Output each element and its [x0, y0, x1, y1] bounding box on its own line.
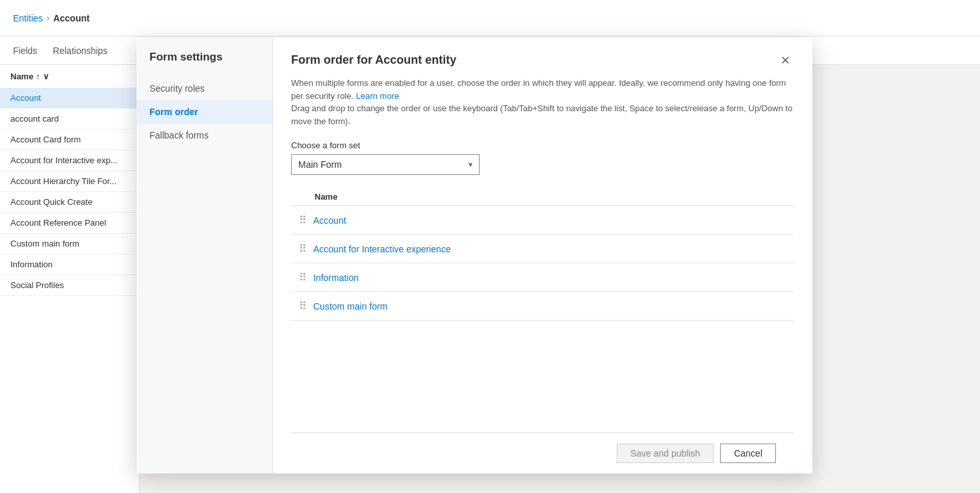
sidebar-item-account-reference[interactable]: Account Reference Panel — [0, 213, 139, 233]
form-set-value: Main Form — [298, 159, 342, 170]
learn-more-link[interactable]: Learn more — [356, 91, 399, 101]
drag-handle-icon[interactable]: ⠿ — [291, 271, 313, 284]
name-sort-label: Name — [10, 72, 33, 81]
form-list-row[interactable]: ⠿ Account for Interactive experience — [291, 235, 794, 263]
modal-nav-form-order[interactable]: Form order — [136, 100, 272, 124]
modal-title: Form order for Account entity — [291, 53, 456, 67]
save-publish-button[interactable]: Save and publish — [617, 444, 714, 463]
form-row-custom-main: Custom main form — [313, 301, 794, 312]
modal-nav-security-roles[interactable]: Security roles — [136, 77, 272, 100]
form-list-row[interactable]: ⠿ Account — [291, 206, 794, 235]
sidebar-item-account-interactive[interactable]: Account for Interactive exp... — [0, 150, 139, 171]
breadcrumb-entities-link[interactable]: Entities — [13, 13, 43, 23]
modal-right-panel: Form order for Account entity ✕ When mul… — [273, 38, 812, 473]
breadcrumb-separator: › — [47, 14, 49, 23]
nav-relationships[interactable]: Relationships — [53, 39, 107, 62]
modal-left-panel: Form settings Security roles Form order … — [136, 38, 273, 473]
page-header: Entities › Account — [0, 0, 980, 36]
form-row-information: Information — [313, 273, 794, 283]
breadcrumb: Entities › Account — [13, 13, 90, 23]
nav-fields[interactable]: Fields — [13, 39, 37, 62]
sidebar-item-account[interactable]: Account — [0, 88, 139, 109]
sidebar-item-account-card[interactable]: account card — [0, 109, 139, 129]
form-row-interactive: Account for Interactive experience — [313, 244, 794, 254]
modal-right-header: Form order for Account entity ✕ — [291, 53, 794, 68]
breadcrumb-account: Account — [53, 13, 90, 23]
form-set-label: Choose a form set — [291, 140, 794, 150]
sidebar-item-account-card-form[interactable]: Account Card form — [0, 129, 139, 150]
form-list-table: Name ⠿ Account ⠿ Account for Interactive… — [291, 188, 794, 433]
sort-asc-icon[interactable]: ↑ — [36, 72, 40, 81]
form-row-account: Account — [313, 215, 794, 226]
form-set-dropdown[interactable]: Main Form ▾ — [291, 154, 480, 175]
sidebar-item-account-quick-create[interactable]: Account Quick Create — [0, 192, 139, 213]
modal-nav-fallback-forms[interactable]: Fallback forms — [136, 124, 272, 147]
drag-handle-icon[interactable]: ⠿ — [291, 243, 313, 255]
drag-handle-icon[interactable]: ⠿ — [291, 300, 313, 312]
form-list-header: Name — [291, 188, 794, 206]
sidebar-item-information[interactable]: Information — [0, 254, 139, 275]
form-list-row[interactable]: ⠿ Information — [291, 263, 794, 292]
sidebar-name-header: Name ↑ ∨ — [0, 65, 139, 88]
description-part2: Drag and drop to change the order or use… — [291, 103, 792, 126]
form-settings-modal: Form settings Security roles Form order … — [136, 38, 812, 473]
sidebar-item-social-profiles[interactable]: Social Profiles — [0, 275, 139, 296]
description-text: When multiple forms are enabled for a us… — [291, 77, 794, 127]
sidebar-item-account-hierarchy[interactable]: Account Hierarchy Tile For... — [0, 171, 139, 192]
dropdown-arrow-icon: ▾ — [469, 160, 472, 169]
sort-toggle-icon[interactable]: ∨ — [43, 72, 49, 81]
modal-left-title: Form settings — [136, 51, 272, 77]
cancel-button[interactable]: Cancel — [720, 444, 776, 463]
sidebar-item-custom-main-form[interactable]: Custom main form — [0, 233, 139, 254]
close-button[interactable]: ✕ — [777, 53, 794, 68]
modal-footer: Save and publish Cancel — [291, 433, 794, 473]
entity-sidebar: Name ↑ ∨ Account account card Account Ca… — [0, 65, 140, 493]
form-list-row[interactable]: ⠿ Custom main form — [291, 292, 794, 321]
drag-handle-icon[interactable]: ⠿ — [291, 214, 313, 226]
